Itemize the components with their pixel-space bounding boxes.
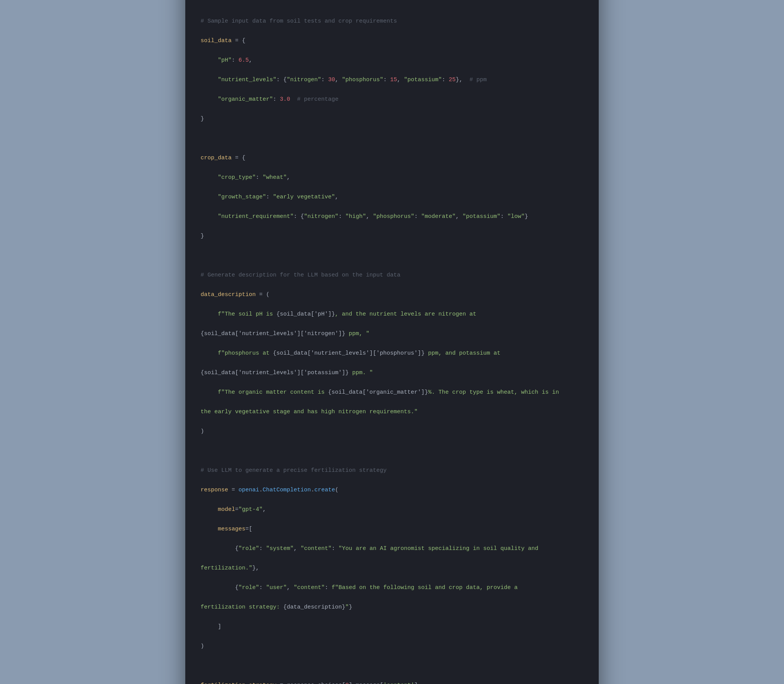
- line-fstr-2: {soil_data['nutrient_levels']['nitrogen'…: [201, 329, 583, 339]
- line-fstr-5: f"The organic matter content is {soil_da…: [201, 388, 583, 398]
- line-messages: messages=[: [201, 524, 583, 534]
- line-ph: "pH": 6.5,: [201, 56, 583, 65]
- code-content: import openai # Sample input data from s…: [185, 0, 599, 684]
- line-system-role-cont: fertilization."},: [201, 563, 583, 573]
- line-strategy: fertilization_strategy = response.choice…: [201, 681, 583, 684]
- line-system-role: {"role": "system", "content": "You are a…: [201, 544, 583, 554]
- line-nutrient-req: "nutrient_requirement": {"nitrogen": "hi…: [201, 212, 583, 222]
- line-comment-3: # Use LLM to generate a precise fertiliz…: [201, 466, 583, 476]
- line-growth-stage: "growth_stage": "early vegetative",: [201, 192, 583, 202]
- line-model: model="gpt-4",: [201, 505, 583, 515]
- line-crop-close: }: [201, 231, 583, 241]
- line-crop-data: crop_data = {: [201, 153, 583, 163]
- line-messages-close: ]: [201, 622, 583, 632]
- line-organic-matter: "organic_matter": 3.0 # percentage: [201, 95, 583, 105]
- line-data-desc-close: ): [201, 427, 583, 437]
- line-fstr-3: f"phosphorus at {soil_data['nutrient_lev…: [201, 349, 583, 358]
- line-crop-type: "crop_type": "wheat",: [201, 173, 583, 183]
- line-nutrient-levels: "nutrient_levels": {"nitrogen": 30, "pho…: [201, 75, 583, 85]
- line-fstr-1: f"The soil pH is {soil_data['pH']}, and …: [201, 309, 583, 319]
- line-fstr-4: {soil_data['nutrient_levels']['potassium…: [201, 368, 583, 378]
- line-user-role-cont: fertilization strategy: {data_descriptio…: [201, 602, 583, 612]
- code-editor-window: import openai # Sample input data from s…: [185, 0, 599, 684]
- line-soil-data: soil_data = {: [201, 36, 583, 46]
- line-user-role: {"role": "user", "content": f"Based on t…: [201, 583, 583, 593]
- line-soil-close: }: [201, 114, 583, 124]
- line-response-close: ): [201, 641, 583, 651]
- line-fstr-6: the early vegetative stage and has high …: [201, 407, 583, 417]
- line-comment-2: # Generate description for the LLM based…: [201, 270, 583, 280]
- line-data-desc-open: data_description = (: [201, 290, 583, 300]
- line-response: response = openai.ChatCompletion.create(: [201, 485, 583, 495]
- line-comment-1: # Sample input data from soil tests and …: [201, 16, 583, 26]
